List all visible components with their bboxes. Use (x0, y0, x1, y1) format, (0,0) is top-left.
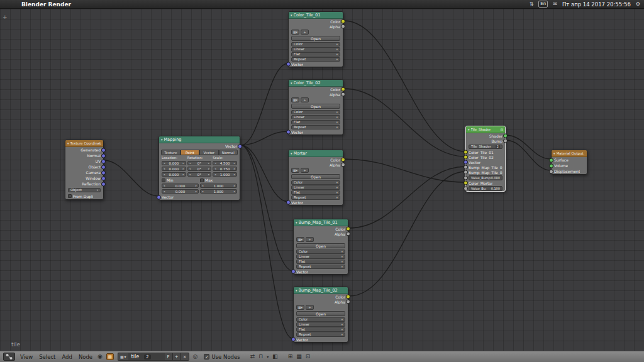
editor-type-button[interactable] (3, 353, 15, 361)
parent-links-icon[interactable]: ⇄ (250, 353, 255, 361)
image-browse-icon[interactable]: ▦▾ (291, 30, 299, 35)
value-bump-input-socket[interactable] (464, 175, 468, 180)
users-count-badge[interactable]: 2 (144, 354, 150, 359)
increment-arrow-icon[interactable]: ▸ (208, 173, 209, 176)
mode-texture-button[interactable]: Texture (161, 150, 180, 155)
snap-mode-dropdown-icon[interactable]: ▾ (267, 353, 269, 361)
location-y-field[interactable]: ◂0.000▸ (162, 167, 186, 171)
node-bump-map-tile-02[interactable]: ▾Bump_Map_Tile_02 Color Alpha ▦▾+ Open C… (293, 287, 348, 343)
new-image-icon[interactable]: + (301, 30, 309, 35)
node-editor-canvas[interactable]: + tile ▾ Texture Coordinate Generated No… (0, 9, 644, 351)
node-header[interactable]: ▾Mortar (289, 150, 343, 157)
vector-input-socket[interactable] (286, 130, 291, 134)
colorspace-select[interactable]: Color▾ (291, 110, 340, 114)
session-gear-icon[interactable]: ⚙ (636, 1, 640, 8)
projection-select[interactable]: Flat▾ (291, 190, 340, 195)
projection-select[interactable]: Flat▾ (291, 52, 340, 57)
mode-vector-button[interactable]: Vector (199, 150, 219, 155)
bump-map-tile-02-input-socket[interactable] (464, 170, 468, 175)
backdrop-icon[interactable]: ⊞ (288, 353, 293, 361)
menu-select[interactable]: Select (38, 354, 57, 360)
interpolation-select[interactable]: Linear▾ (296, 322, 345, 327)
color-output-socket[interactable] (346, 295, 350, 299)
vector-input-socket[interactable] (291, 337, 296, 342)
alpha-output-socket[interactable] (341, 92, 345, 97)
colorspace-select[interactable]: Color▾ (296, 317, 345, 322)
camera-output-socket[interactable] (101, 170, 106, 175)
scale-x-field[interactable]: ◂4.500▸ (213, 161, 237, 165)
projection-select[interactable]: Flat▾ (291, 120, 340, 124)
interpolation-select[interactable]: Linear▾ (296, 255, 345, 259)
collapse-icon[interactable]: ▾ (67, 141, 69, 145)
value-bump-slider[interactable]: Value_Bump:0.080 (469, 175, 502, 180)
collapse-icon[interactable]: ▾ (296, 221, 297, 224)
alpha-output-socket[interactable] (346, 232, 350, 236)
value-bu-input-socket[interactable] (464, 186, 468, 190)
collapse-icon[interactable]: ▾ (468, 128, 470, 131)
interpolation-select[interactable]: Linear▾ (291, 47, 340, 52)
vector-input-socket[interactable] (464, 160, 468, 165)
menu-add[interactable]: Add (60, 354, 73, 360)
increment-arrow-icon[interactable]: ▸ (234, 190, 235, 193)
vector-output-socket[interactable] (238, 144, 242, 148)
image-browse-icon[interactable]: ▦▾ (291, 168, 299, 173)
open-button[interactable]: Open (296, 311, 345, 316)
open-button[interactable]: Open (296, 243, 345, 248)
increment-arrow-icon[interactable]: ▸ (208, 162, 209, 165)
new-image-icon[interactable]: + (301, 168, 309, 173)
interpolation-select[interactable]: Linear▾ (291, 115, 340, 119)
vector-input-socket[interactable] (286, 62, 291, 67)
generated-output-socket[interactable] (101, 148, 106, 152)
location-x-field[interactable]: ◂0.000▸ (162, 161, 186, 165)
increment-arrow-icon[interactable]: ▸ (182, 162, 184, 165)
scale-y-field[interactable]: ◂0.750▸ (213, 167, 237, 171)
surface-input-socket[interactable] (549, 158, 553, 162)
grid-icon[interactable]: ▦ (296, 353, 302, 361)
colorspace-select[interactable]: Color▾ (291, 180, 340, 185)
open-button[interactable]: Open (291, 36, 340, 41)
node-mortar[interactable]: ▾Mortar Color Alpha ▦▾+ Open Color▾ Line… (288, 150, 343, 206)
node-header[interactable]: ▾ Tile_Shader ⊡ (466, 126, 505, 133)
collapse-icon[interactable]: ▾ (553, 151, 555, 155)
interpolation-select[interactable]: Linear▾ (291, 185, 340, 190)
window-output-socket[interactable] (101, 176, 106, 180)
node-mapping[interactable]: ▾ Mapping Vector Texture Point Vector No… (158, 136, 240, 200)
color-output-socket[interactable] (341, 158, 345, 162)
nodetree-name-field[interactable]: tile2 (128, 353, 165, 361)
node-bump-map-tile-01[interactable]: ▾Bump_Map_Tile_01 Color Alpha ▦▾+ Open C… (293, 219, 348, 275)
volume-input-socket[interactable] (549, 163, 553, 168)
use-nodes-toggle[interactable]: ✓ Use Nodes (204, 354, 240, 360)
extension-select[interactable]: Repeat▾ (291, 195, 340, 200)
color-tile-02-input-socket[interactable] (464, 155, 468, 160)
vector-input-socket[interactable] (291, 270, 296, 274)
colorspace-select[interactable]: Color▾ (296, 250, 345, 254)
new-image-icon[interactable]: + (306, 237, 314, 242)
open-button[interactable]: Open (291, 104, 340, 109)
menu-node[interactable]: Node (77, 354, 94, 360)
pin-icon[interactable]: ◎ (193, 353, 198, 361)
fake-user-button[interactable]: F (165, 353, 173, 361)
network-icon[interactable]: ⇅ (530, 1, 534, 8)
min-field[interactable]: ◂0.000▸ (162, 189, 199, 194)
colorspace-select[interactable]: Color▾ (291, 42, 340, 47)
mail-icon[interactable]: ✉ (553, 1, 557, 8)
bump-output-socket[interactable] (503, 139, 508, 143)
image-browse-icon[interactable]: ▦▾ (296, 237, 304, 242)
max-field[interactable]: ◂1.000▸ (200, 184, 237, 188)
node-color-tile-01[interactable]: ▾Color_Tile_01 Color Alpha ▦▾+ Open Colo… (288, 11, 343, 67)
collapse-icon[interactable]: ▾ (291, 13, 292, 17)
uv-output-socket[interactable] (101, 159, 106, 163)
node-header[interactable]: ▾ Material Output (552, 150, 587, 157)
shader-output-socket[interactable] (503, 134, 508, 138)
overlap-icon[interactable]: ◧ (272, 353, 278, 361)
node-material-output[interactable]: ▾ Material Output Surface Volume Displac… (551, 150, 587, 175)
new-nodetree-button[interactable]: + (173, 353, 181, 361)
normal-output-socket[interactable] (101, 153, 106, 158)
color-mortar-input-socket[interactable] (464, 181, 468, 185)
min-toggle[interactable]: Min (162, 178, 199, 182)
image-browse-icon[interactable]: ▦▾ (291, 97, 299, 102)
snap-magnet-icon[interactable]: ⊓ (258, 353, 263, 361)
unlink-nodetree-button[interactable]: × (181, 353, 189, 361)
scale-z-field[interactable]: ◂1.000▸ (213, 172, 237, 177)
use-nodes-checkbox[interactable]: ✓ (204, 354, 209, 359)
